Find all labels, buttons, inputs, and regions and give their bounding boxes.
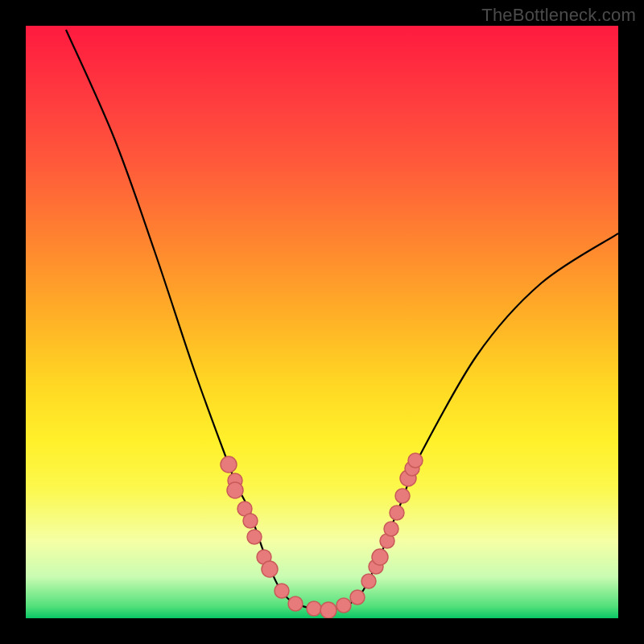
data-point [307, 601, 321, 616]
data-point [320, 602, 336, 618]
data-point [262, 561, 278, 577]
data-point [390, 506, 404, 520]
plot-area [26, 26, 618, 618]
data-point [288, 597, 303, 611]
chart-svg [26, 26, 618, 618]
data-point [227, 482, 243, 498]
data-point [384, 522, 398, 536]
data-point [336, 598, 351, 613]
data-point [350, 590, 365, 605]
chart-frame: TheBottleneck.com [0, 0, 644, 644]
data-point [221, 456, 237, 473]
data-point [395, 489, 410, 503]
data-point [408, 453, 423, 468]
data-point [275, 584, 289, 598]
dots-group [221, 453, 423, 618]
watermark-text: TheBottleneck.com [481, 5, 636, 26]
data-point [247, 530, 262, 544]
data-point [243, 514, 258, 528]
curve-line [66, 30, 618, 610]
data-point [361, 574, 376, 588]
data-point [372, 549, 388, 565]
